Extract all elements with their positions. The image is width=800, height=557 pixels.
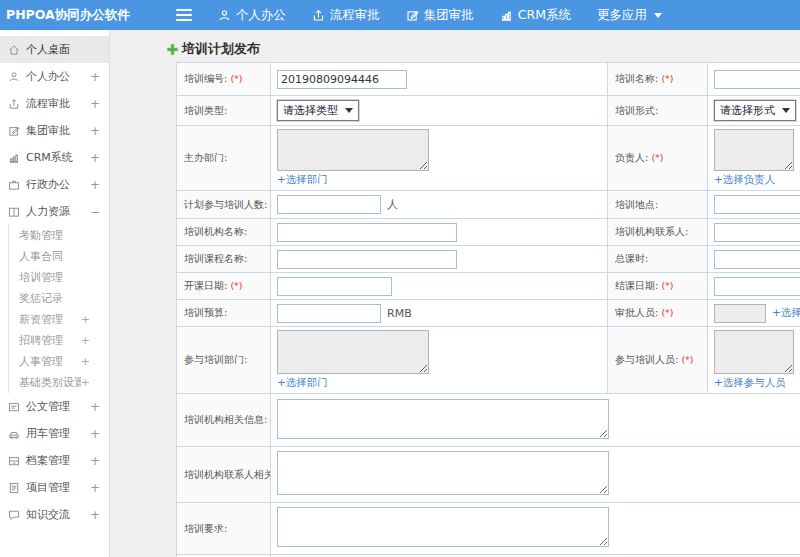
briefcase-icon <box>8 179 20 191</box>
join-people-textarea[interactable] <box>714 330 794 374</box>
sidebar-subitem-salary[interactable]: 薪资管理 + <box>9 309 109 330</box>
caret-down-icon <box>654 13 662 18</box>
sidebar-item-personal-office[interactable]: 个人办公 + <box>0 63 109 90</box>
expand-plus-icon[interactable]: + <box>90 124 100 138</box>
sidebar-item-vehicle[interactable]: 用车管理 + <box>0 420 109 447</box>
archive-icon <box>8 455 20 467</box>
host-dept-textarea[interactable] <box>277 129 429 171</box>
org-contact-info-textarea[interactable] <box>277 451 609 495</box>
field-label: 主办部门: <box>184 152 227 163</box>
org-contact-input[interactable] <box>714 223 800 242</box>
expand-plus-icon[interactable]: + <box>90 178 100 192</box>
join-dept-textarea[interactable] <box>277 330 429 374</box>
nav-process-approval[interactable]: 流程审批 <box>312 7 380 24</box>
training-name-input[interactable] <box>714 70 800 89</box>
currency-suffix: RMB <box>387 307 412 320</box>
sidebar-subitem-personnel[interactable]: 人事管理 + <box>9 351 109 372</box>
expand-plus-icon[interactable]: + <box>81 376 90 389</box>
sidebar-item-crm-system[interactable]: CRM系统 + <box>0 144 109 171</box>
sidebar-subitem-rewards[interactable]: 奖惩记录 <box>9 288 109 309</box>
required-mark: (*) <box>230 280 242 291</box>
expand-plus-icon[interactable]: + <box>90 151 100 165</box>
end-date-input[interactable] <box>714 277 800 296</box>
edit-icon <box>406 9 419 22</box>
select-approver-link[interactable]: +选择审批人员 <box>772 306 800 320</box>
chat-icon <box>8 509 20 521</box>
sidebar-subitem-training[interactable]: 培训管理 <box>9 267 109 288</box>
nav-crm-system[interactable]: CRM系统 <box>500 7 571 24</box>
expand-plus-icon[interactable]: + <box>90 481 100 495</box>
sidebar-item-projects[interactable]: 项目管理 + <box>0 474 109 501</box>
total-hours-input[interactable] <box>714 250 800 269</box>
sidebar-subitem-base-category[interactable]: 基础类别设置 + <box>9 372 109 393</box>
nav-label: CRM系统 <box>518 7 571 24</box>
select-dept-link[interactable]: +选择部门 <box>277 173 328 187</box>
expand-plus-icon[interactable]: + <box>90 97 100 111</box>
sidebar-item-human-resources[interactable]: 人力资源 − <box>0 198 109 225</box>
sidebar-item-admin-office[interactable]: 行政办公 + <box>0 171 109 198</box>
start-date-input[interactable] <box>277 277 392 296</box>
training-no-input[interactable] <box>277 70 407 89</box>
project-icon <box>8 482 20 494</box>
org-name-input[interactable] <box>277 223 457 242</box>
training-mode-select[interactable]: 请选择形式 <box>714 100 796 121</box>
planned-count-input[interactable] <box>277 195 381 214</box>
location-input[interactable] <box>714 195 800 214</box>
sidebar-item-knowledge[interactable]: 知识交流 + <box>0 501 109 528</box>
nav-more-apps[interactable]: 更多应用 <box>597 7 662 24</box>
select-dept-link[interactable]: +选择部门 <box>277 376 328 390</box>
nav-group-approval[interactable]: 集团审批 <box>406 7 474 24</box>
course-name-input[interactable] <box>277 250 457 269</box>
expand-plus-icon[interactable]: + <box>81 313 90 326</box>
budget-input[interactable] <box>277 304 381 323</box>
field-label: 参与培训人员: <box>615 354 678 365</box>
sidebar-item-process-approval[interactable]: 流程审批 + <box>0 90 109 117</box>
sidebar-item-personal-desktop[interactable]: 个人桌面 <box>0 36 109 63</box>
collapse-minus-icon[interactable]: − <box>90 205 100 219</box>
expand-plus-icon[interactable]: + <box>90 400 100 414</box>
home-icon <box>8 44 20 56</box>
sidebar-subitem-recruit[interactable]: 招聘管理 + <box>9 330 109 351</box>
user-icon <box>8 71 20 83</box>
expand-plus-icon[interactable]: + <box>90 508 100 522</box>
nav-label: 更多应用 <box>597 7 647 24</box>
required-mark: (*) <box>661 73 673 84</box>
expand-plus-icon[interactable]: + <box>90 427 100 441</box>
sidebar-item-group-approval[interactable]: 集团审批 + <box>0 117 109 144</box>
unit-suffix: 人 <box>387 197 398 212</box>
car-icon <box>8 428 20 440</box>
sidebar-menu: 个人桌面 个人办公 + 流程审批 + 集团审批 + CRM系统 + 行政办公 +… <box>0 30 110 557</box>
nav-personal-office[interactable]: 个人办公 <box>218 7 286 24</box>
expand-plus-icon[interactable]: + <box>81 334 90 347</box>
sidebar-item-official-docs[interactable]: 公文管理 + <box>0 393 109 420</box>
field-label: 培训预算: <box>184 307 227 318</box>
menu-toggle-icon[interactable] <box>176 9 192 21</box>
field-label: 培训地点: <box>615 199 658 210</box>
process-icon <box>8 98 20 110</box>
sidebar-subitem-attendance[interactable]: 考勤管理 <box>9 225 109 246</box>
field-label: 培训机构联系人: <box>615 226 688 237</box>
expand-plus-icon[interactable]: + <box>90 454 100 468</box>
page-title: 培训计划发布 <box>182 40 260 58</box>
sidebar-item-archives[interactable]: 档案管理 + <box>0 447 109 474</box>
field-label: 审批人员: <box>615 307 658 318</box>
select-participants-link[interactable]: +选择参与人员 <box>714 376 786 390</box>
training-plan-form: 培训编号:(*) 培训名称:(*) 培训类型: 请选择类型 培训形式: 请选择形… <box>176 62 800 557</box>
training-type-select[interactable]: 请选择类型 <box>277 100 359 121</box>
sidebar-subitem-hr-contract[interactable]: 人事合同 <box>9 246 109 267</box>
leader-textarea[interactable] <box>714 129 794 171</box>
field-label: 培训课程名称: <box>184 253 247 264</box>
field-label: 培训要求: <box>184 523 227 534</box>
expand-plus-icon[interactable]: + <box>81 355 90 368</box>
expand-plus-icon[interactable]: + <box>90 70 100 84</box>
org-info-textarea[interactable] <box>277 399 609 439</box>
select-caret-icon <box>782 108 790 113</box>
select-leader-link[interactable]: +选择负责人 <box>714 173 775 187</box>
field-label: 计划参与培训人数: <box>184 199 267 210</box>
edit-icon <box>8 125 20 137</box>
field-label: 培训机构名称: <box>184 226 247 237</box>
field-label: 培训名称: <box>615 73 658 84</box>
required-mark: (*) <box>230 73 242 84</box>
requirement-textarea[interactable] <box>277 507 609 547</box>
approver-input[interactable] <box>714 304 766 323</box>
